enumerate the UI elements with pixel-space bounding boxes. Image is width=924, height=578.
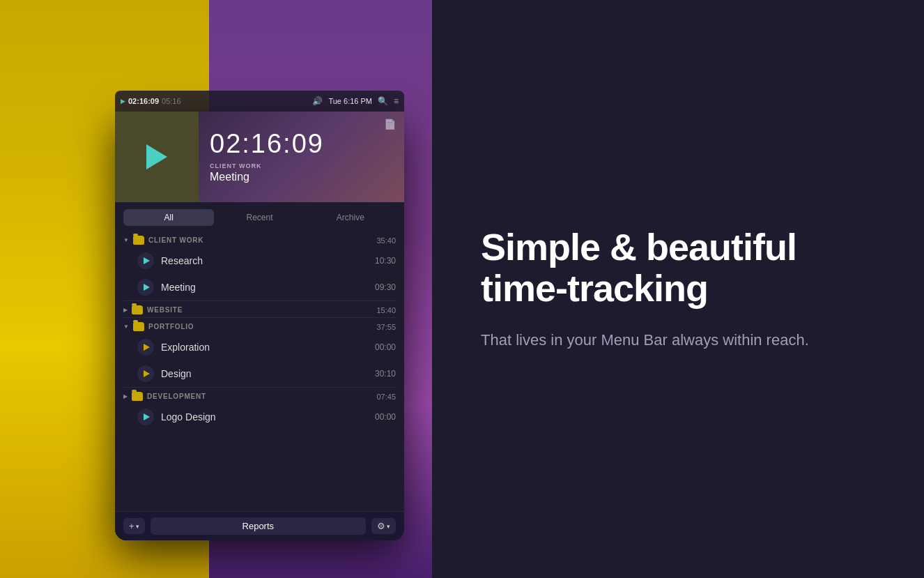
- menu-bar: ▶ 02:16:09 05:16 🔊 Tue 6:16 PM 🔍 ≡: [115, 91, 404, 112]
- gear-chevron-icon: ▾: [387, 523, 390, 530]
- task-name-exploration: Exploration: [161, 342, 368, 353]
- group-client-work: ▼ CLIENT WORK 35:40: [115, 231, 404, 248]
- group-name-client: CLIENT WORK: [148, 236, 373, 244]
- gear-icon: ⚙: [377, 521, 385, 531]
- big-play-button[interactable]: [141, 142, 172, 172]
- headline: Simple & beautiful time-tracking: [481, 227, 875, 310]
- timer-display-section: 📄 02:16:09 CLIENT WORK Meeting: [199, 112, 404, 202]
- bottom-toolbar: + ▾ Reports ⚙ ▾: [115, 511, 404, 540]
- group-portfolio: ▼ PORTFOLIO 37:55: [115, 318, 404, 334]
- task-name-meeting: Meeting: [161, 282, 368, 293]
- chevron-down-icon[interactable]: ▼: [123, 237, 129, 243]
- menu-clock: Tue 6:16 PM: [328, 97, 372, 105]
- menu-time-secondary: 05:16: [162, 97, 181, 105]
- add-button[interactable]: + ▾: [123, 518, 145, 534]
- task-row-exploration[interactable]: Exploration 00:00: [115, 334, 404, 360]
- timer-task: Meeting: [210, 171, 393, 183]
- list-icon[interactable]: ≡: [394, 96, 399, 106]
- play-button-research[interactable]: [137, 252, 154, 269]
- folder-icon-portfolio: [133, 322, 144, 331]
- chevron-right-icon-dev[interactable]: ▶: [123, 393, 128, 400]
- tab-archive[interactable]: Archive: [305, 209, 396, 226]
- plus-icon: +: [129, 521, 134, 531]
- group-website: ▶ WEBSITE 15:40: [115, 301, 404, 317]
- timer-play-section[interactable]: [115, 112, 199, 202]
- task-time-design: 30:10: [375, 369, 396, 379]
- group-time-website: 15:40: [376, 306, 396, 314]
- tab-recent[interactable]: Recent: [214, 209, 305, 226]
- play-icon-research: [144, 257, 150, 264]
- task-row-logo[interactable]: Logo Design 00:00: [115, 404, 404, 430]
- group-time-development: 07:45: [376, 393, 396, 401]
- menu-bar-timer: ▶ 02:16:09 05:16: [121, 97, 181, 105]
- right-panel: Simple & beautiful time-tracking That li…: [432, 0, 924, 578]
- timer-header: 📄 02:16:09 CLIENT WORK Meeting: [115, 112, 404, 202]
- task-row-research[interactable]: Research 10:30: [115, 248, 404, 274]
- folder-icon-dev: [132, 392, 143, 401]
- add-chevron-icon: ▾: [136, 523, 139, 530]
- menu-bar-right: 🔊 Tue 6:16 PM 🔍 ≡: [312, 96, 399, 106]
- doc-icon[interactable]: 📄: [384, 119, 396, 130]
- folder-icon-website: [132, 305, 143, 314]
- menu-time-main: 02:16:09: [128, 97, 159, 105]
- play-triangle-icon: [146, 144, 167, 169]
- group-name-website: WEBSITE: [147, 306, 372, 314]
- search-icon[interactable]: 🔍: [378, 96, 388, 106]
- volume-icon[interactable]: 🔊: [312, 96, 323, 106]
- task-time-meeting: 09:30: [375, 282, 396, 292]
- subtext: That lives in your Menu Bar always withi…: [481, 328, 875, 351]
- play-icon-logo: [144, 413, 150, 420]
- app-window: 📄 02:16:09 CLIENT WORK Meeting All Recen…: [115, 112, 404, 540]
- tabs-bar: All Recent Archive: [115, 202, 404, 231]
- play-button-meeting[interactable]: [137, 279, 154, 296]
- task-time-research: 10:30: [375, 256, 396, 266]
- task-row-design[interactable]: Design 30:10: [115, 360, 404, 387]
- settings-button[interactable]: ⚙ ▾: [371, 518, 396, 534]
- task-name-logo: Logo Design: [161, 411, 368, 423]
- group-name-portfolio: PORTFOLIO: [148, 323, 373, 330]
- folder-icon-client: [133, 236, 144, 245]
- reports-button[interactable]: Reports: [151, 517, 366, 535]
- play-button-logo[interactable]: [137, 409, 154, 425]
- play-icon-design: [144, 370, 150, 377]
- group-name-development: DEVELOPMENT: [147, 393, 372, 400]
- project-list: ▼ CLIENT WORK 35:40 Research 10:30 Meeti…: [115, 231, 404, 511]
- group-time-client: 35:40: [376, 236, 396, 245]
- menu-play-icon: ▶: [121, 98, 125, 105]
- group-time-portfolio: 37:55: [376, 323, 396, 331]
- task-time-logo: 00:00: [375, 412, 396, 422]
- task-name-research: Research: [161, 255, 368, 266]
- tab-all[interactable]: All: [123, 209, 214, 226]
- chevron-right-icon-website[interactable]: ▶: [123, 307, 128, 313]
- play-icon-exploration: [144, 344, 150, 351]
- play-icon-meeting: [144, 284, 150, 291]
- timer-digits: 02:16:09: [210, 130, 393, 157]
- left-panel: ▶ 02:16:09 05:16 🔊 Tue 6:16 PM 🔍 ≡ 📄 02:…: [0, 0, 432, 578]
- task-time-exploration: 00:00: [375, 342, 396, 352]
- task-name-design: Design: [161, 368, 368, 379]
- play-button-exploration[interactable]: [137, 339, 154, 356]
- group-development: ▶ DEVELOPMENT 07:45: [115, 388, 404, 404]
- task-row-meeting[interactable]: Meeting 09:30: [115, 274, 404, 301]
- play-button-design[interactable]: [137, 365, 154, 382]
- timer-category: CLIENT WORK: [210, 162, 393, 169]
- chevron-down-icon-portfolio[interactable]: ▼: [123, 324, 129, 330]
